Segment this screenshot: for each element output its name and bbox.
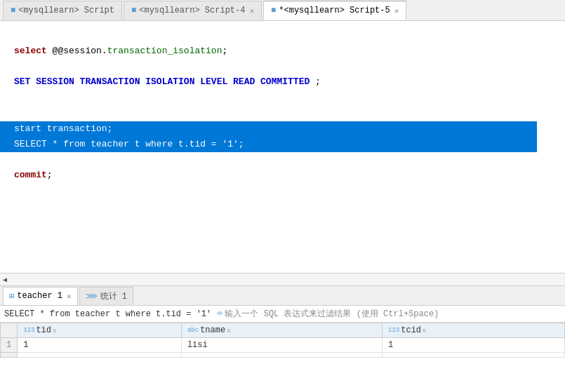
scroll-left-icon[interactable]: ◀ xyxy=(3,276,7,284)
query-display-bar: SELECT * from teacher t where t.tid = '1… xyxy=(0,306,565,323)
result-tab-teacher[interactable]: ⊞ teacher 1 ✕ xyxy=(3,287,78,305)
result-tab-stats[interactable]: ⋙ 统计 1 xyxy=(79,287,133,305)
editor-line-selected: start transaction; xyxy=(0,121,537,137)
text-col-icon: abc xyxy=(187,327,199,334)
close-icon[interactable]: ✕ xyxy=(67,292,72,301)
table-row: 1 1 lisi 1 xyxy=(1,338,565,353)
col-name-tid: tid xyxy=(36,325,51,335)
editor-line-selected: SELECT * from teacher t where t.tid = '1… xyxy=(0,137,537,152)
col-name-tname: tname xyxy=(200,325,225,335)
cell-tname: lisi xyxy=(181,338,382,353)
editor-line: SET SESSION TRANSACTION ISOLATION LEVEL … xyxy=(14,74,551,90)
col-name-tcid: tcid xyxy=(401,325,421,335)
cell-tid xyxy=(18,353,182,358)
numeric-col-icon: 123 xyxy=(388,327,399,334)
script-icon: ■ xyxy=(271,6,276,15)
sort-icon-tcid[interactable]: ⇅ xyxy=(423,327,426,334)
tab-label: *<mysqllearn> Script-5 xyxy=(279,6,390,15)
script-icon: ■ xyxy=(131,6,136,15)
result-tab-label: 统计 1 xyxy=(100,290,127,302)
editor-line: commit; xyxy=(14,168,551,183)
col-header-tcid[interactable]: 123 tcid ⇅ xyxy=(383,323,565,338)
col-header-tname[interactable]: abc tname ⇅ xyxy=(181,323,382,338)
editor-line xyxy=(14,59,551,74)
filter-hint: 输入一个 SQL 表达式来过滤结果 (使用 Ctrl+Space) xyxy=(225,308,439,320)
result-tab-bar: ⊞ teacher 1 ✕ ⋙ 统计 1 xyxy=(0,286,565,306)
table-icon: ⊞ xyxy=(9,291,14,302)
cell-tid: 1 xyxy=(18,338,182,353)
tab-script[interactable]: ■ <mysqllearn> Script xyxy=(3,1,122,20)
cell-tname xyxy=(181,353,382,358)
editor-line: select @@session.transaction_isolation; xyxy=(14,43,551,59)
row-number xyxy=(1,353,18,358)
close-icon[interactable]: ✕ xyxy=(249,6,254,15)
editor-line xyxy=(14,90,551,105)
editor-tab-bar: ■ <mysqllearn> Script ■ <mysqllearn> Scr… xyxy=(0,0,565,21)
editor-content: select @@session.transaction_isolation; … xyxy=(0,21,565,190)
stats-icon: ⋙ xyxy=(86,291,98,302)
query-text: SELECT * from teacher t where t.tid = '1… xyxy=(4,309,211,319)
editor-line xyxy=(14,28,551,43)
horizontal-scrollbar[interactable]: ◀ xyxy=(0,273,565,286)
tab-script4[interactable]: ■ <mysqllearn> Script-4 ✕ xyxy=(124,1,262,20)
sort-icon-tid[interactable]: ⇅ xyxy=(53,327,56,334)
editor-line xyxy=(14,152,551,168)
editor-area[interactable]: select @@session.transaction_isolation; … xyxy=(0,21,565,273)
script-icon: ■ xyxy=(11,6,15,15)
result-tab-label: teacher 1 xyxy=(17,291,62,301)
numeric-col-icon: 123 xyxy=(23,327,34,334)
cell-tcid: 1 xyxy=(383,338,565,353)
col-header-tid[interactable]: 123 tid ⇅ xyxy=(18,323,182,338)
tab-label: <mysqllearn> Script-4 xyxy=(139,6,245,15)
cell-tcid xyxy=(383,353,565,358)
table-row xyxy=(1,353,565,358)
row-num-header xyxy=(1,323,18,338)
result-table: 123 tid ⇅ abc tname ⇅ xyxy=(0,323,565,358)
table-header-row: 123 tid ⇅ abc tname ⇅ xyxy=(1,323,565,338)
close-icon[interactable]: ✕ xyxy=(394,6,399,15)
bottom-panel: ⊞ teacher 1 ✕ ⋙ 统计 1 SELECT * from teach… xyxy=(0,286,565,392)
filter-icon: ⌨ xyxy=(217,309,222,319)
sort-icon-tname[interactable]: ⇅ xyxy=(227,327,230,334)
result-table-container[interactable]: 123 tid ⇅ abc tname ⇅ xyxy=(0,323,565,392)
row-number: 1 xyxy=(1,338,18,353)
tab-script5[interactable]: ■ *<mysqllearn> Script-5 ✕ xyxy=(263,1,406,20)
editor-line xyxy=(14,105,551,121)
tab-label: <mysqllearn> Script xyxy=(18,6,114,15)
